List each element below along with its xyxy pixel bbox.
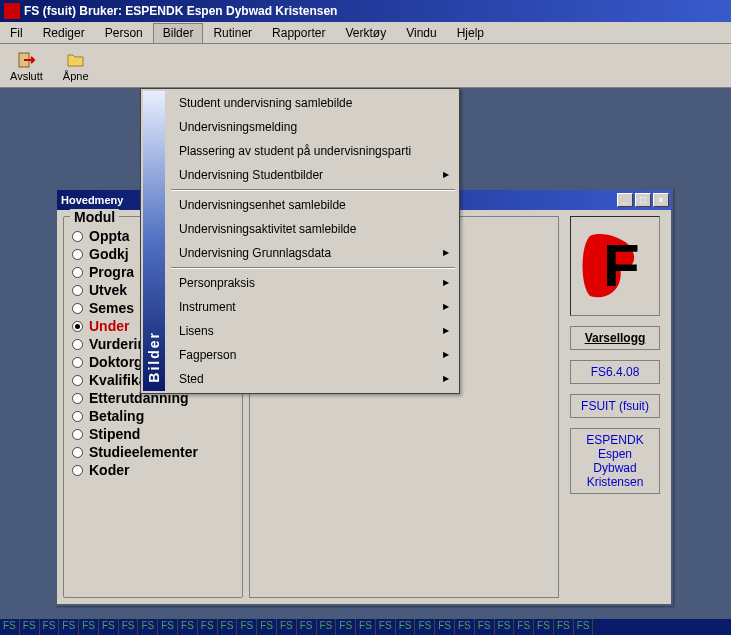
status-segment: FS xyxy=(435,619,455,635)
main-titlebar: FS (fsuit) Bruker: ESPENDK Espen Dybwad … xyxy=(0,0,731,22)
status-segment: FS xyxy=(198,619,218,635)
apne-button[interactable]: Åpne xyxy=(57,48,95,84)
status-segment: FS xyxy=(514,619,534,635)
radio-icon xyxy=(72,321,83,332)
status-segment: FS xyxy=(158,619,178,635)
menu-bilder[interactable]: Bilder xyxy=(153,23,204,43)
module-label: Studieelementer xyxy=(89,444,198,460)
status-segment: FS xyxy=(20,619,40,635)
radio-icon xyxy=(72,411,83,422)
status-segment: FS xyxy=(119,619,139,635)
user-box[interactable]: ESPENDK Espen Dybwad Kristensen xyxy=(570,428,660,494)
module-radio-betaling[interactable]: Betaling xyxy=(72,407,234,425)
status-segment: FS xyxy=(237,619,257,635)
dropdown-item[interactable]: Sted xyxy=(167,367,459,391)
menubar: FilRedigerPersonBilderRutinerRapporterVe… xyxy=(0,22,731,44)
status-segment: FS xyxy=(554,619,574,635)
dropdown-item[interactable]: Personpraksis xyxy=(167,271,459,295)
avslutt-button[interactable]: Avslutt xyxy=(4,48,49,84)
maximize-button[interactable]: □ xyxy=(635,193,651,207)
env-box[interactable]: FSUIT (fsuit) xyxy=(570,394,660,418)
status-segment: FS xyxy=(218,619,238,635)
radio-icon xyxy=(72,465,83,476)
status-segment: FS xyxy=(415,619,435,635)
module-label: Under xyxy=(89,318,129,334)
window-controls: _ □ × xyxy=(617,193,669,207)
dropdown-item[interactable]: Undervisningsenhet samlebilde xyxy=(167,193,459,217)
status-segment: FS xyxy=(376,619,396,635)
status-segment: FS xyxy=(59,619,79,635)
status-segment: FS xyxy=(178,619,198,635)
radio-icon xyxy=(72,267,83,278)
dropdown-item[interactable]: Plassering av student på undervisningspa… xyxy=(167,139,459,163)
menu-rediger[interactable]: Rediger xyxy=(33,23,95,43)
dropdown-item[interactable]: Undervisningsmelding xyxy=(167,115,459,139)
apne-label: Åpne xyxy=(63,70,89,82)
open-folder-icon xyxy=(66,50,86,70)
right-panel: F Varsellogg FS6.4.08 FSUIT (fsuit) ESPE… xyxy=(565,216,665,598)
avslutt-label: Avslutt xyxy=(10,70,43,82)
svg-text:F: F xyxy=(603,232,640,299)
dropdown-item[interactable]: Student undervisning samlebilde xyxy=(167,91,459,115)
module-radio-stipend[interactable]: Stipend xyxy=(72,425,234,443)
menu-fil[interactable]: Fil xyxy=(0,23,33,43)
exit-icon xyxy=(16,50,36,70)
version-box[interactable]: FS6.4.08 xyxy=(570,360,660,384)
close-button[interactable]: × xyxy=(653,193,669,207)
radio-icon xyxy=(72,303,83,314)
status-segment: FS xyxy=(317,619,337,635)
module-label: Koder xyxy=(89,462,129,478)
status-segment: FS xyxy=(574,619,594,635)
dropdown-separator xyxy=(171,189,455,191)
menu-hjelp[interactable]: Hjelp xyxy=(447,23,494,43)
mdi-workspace: Bilder Student undervisning samlebildeUn… xyxy=(0,88,731,635)
module-label: Godkj xyxy=(89,246,129,262)
dropdown-item[interactable]: Lisens xyxy=(167,319,459,343)
status-segment: FS xyxy=(356,619,376,635)
status-segment: FS xyxy=(138,619,158,635)
dropdown-vertical-label: Bilder xyxy=(146,331,162,383)
radio-icon xyxy=(72,393,83,404)
toolbar: Avslutt Åpne xyxy=(0,44,731,88)
menu-rutiner[interactable]: Rutiner xyxy=(203,23,262,43)
radio-icon xyxy=(72,375,83,386)
app-icon xyxy=(4,3,20,19)
radio-icon xyxy=(72,357,83,368)
status-segment: FS xyxy=(455,619,475,635)
status-segment: FS xyxy=(0,619,20,635)
module-label: Progra xyxy=(89,264,134,280)
radio-icon xyxy=(72,429,83,440)
dropdown-item[interactable]: Fagperson xyxy=(167,343,459,367)
module-label: Oppta xyxy=(89,228,129,244)
dropdown-separator xyxy=(171,267,455,269)
radio-icon xyxy=(72,285,83,296)
module-label: Semes xyxy=(89,300,134,316)
module-label: Stipend xyxy=(89,426,140,442)
status-segment: FS xyxy=(396,619,416,635)
varsellogg-button[interactable]: Varsellogg xyxy=(570,326,660,350)
module-radio-koder[interactable]: Koder xyxy=(72,461,234,479)
dropdown-gradient-bar: Bilder xyxy=(143,91,165,391)
radio-icon xyxy=(72,231,83,242)
module-radio-studieelementer[interactable]: Studieelementer xyxy=(72,443,234,461)
menu-vindu[interactable]: Vindu xyxy=(396,23,446,43)
status-bar: FSFSFSFSFSFSFSFSFSFSFSFSFSFSFSFSFSFSFSFS… xyxy=(0,619,731,635)
dropdown-item[interactable]: Instrument xyxy=(167,295,459,319)
bilder-dropdown-menu: Bilder Student undervisning samlebildeUn… xyxy=(140,88,460,394)
radio-icon xyxy=(72,447,83,458)
dropdown-item[interactable]: Undervisning Studentbilder xyxy=(167,163,459,187)
module-label: Utvek xyxy=(89,282,127,298)
status-segment: FS xyxy=(99,619,119,635)
module-label: Betaling xyxy=(89,408,144,424)
dropdown-item[interactable]: Undervisningsaktivitet samlebilde xyxy=(167,217,459,241)
status-segment: FS xyxy=(277,619,297,635)
menu-person[interactable]: Person xyxy=(95,23,153,43)
dropdown-item[interactable]: Undervisning Grunnlagsdata xyxy=(167,241,459,265)
app-title: FS (fsuit) Bruker: ESPENDK Espen Dybwad … xyxy=(24,4,337,18)
status-segment: FS xyxy=(257,619,277,635)
menu-verktøy[interactable]: Verktøy xyxy=(335,23,396,43)
minimize-button[interactable]: _ xyxy=(617,193,633,207)
menu-rapporter[interactable]: Rapporter xyxy=(262,23,335,43)
status-segment: FS xyxy=(297,619,317,635)
child-title: Hovedmeny xyxy=(61,194,123,206)
